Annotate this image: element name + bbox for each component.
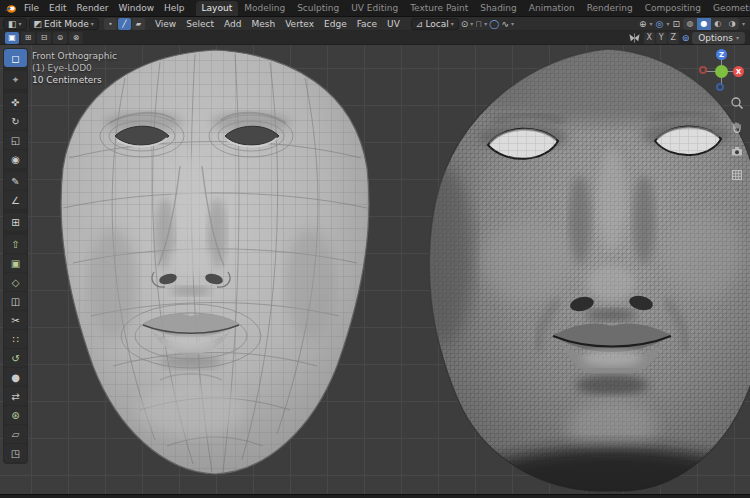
- rip-region-tool[interactable]: ◳: [4, 444, 27, 462]
- workspace-tab-shading[interactable]: Shading: [474, 1, 523, 16]
- viewport-menu-uv[interactable]: UV: [382, 18, 405, 30]
- navigation-gizmo[interactable]: Z X: [699, 49, 745, 95]
- camera-view-icon[interactable]: [729, 143, 745, 159]
- menu-render[interactable]: Render: [72, 1, 114, 15]
- transform-orientation: ⊿ Local ▾ ⊙ ▾ ⊓ ▾ ◯ ∿ ▾: [411, 18, 514, 30]
- viewport-canvas[interactable]: ◻⌖✜↻◱◉✎∠⊞⇧▣◇◫✂∷↺●⇄⊛▱◳ Front Orthographic…: [0, 45, 750, 494]
- poly-build-tool[interactable]: ∷: [4, 330, 27, 348]
- edge-select-mode[interactable]: ╱: [118, 18, 131, 30]
- chevron-down-icon: ▾: [736, 35, 739, 41]
- toggle-perspective-icon[interactable]: [729, 167, 745, 183]
- shading-material-icon[interactable]: ◐: [711, 18, 725, 30]
- workspace-tab-animation[interactable]: Animation: [523, 1, 581, 16]
- workspace-tab-texture-paint[interactable]: Texture Paint: [404, 1, 474, 16]
- menu-help[interactable]: Help: [159, 1, 190, 15]
- inset-faces-tool[interactable]: ▣: [4, 254, 27, 272]
- cursor-tool[interactable]: ⌖: [4, 71, 27, 89]
- options-label: Options: [698, 33, 733, 43]
- gizmo-y-axis[interactable]: [715, 65, 728, 78]
- edit-mode-icon: ◩: [34, 19, 43, 29]
- workspace-tab-geometry-nodes[interactable]: Geometry Nodes: [707, 1, 750, 16]
- select-mode-subtract[interactable]: ⊟: [37, 32, 51, 44]
- chevron-down-icon: ▾: [650, 21, 653, 27]
- workspace-tab-compositing[interactable]: Compositing: [639, 1, 707, 16]
- edge-slide-tool[interactable]: ⇄: [4, 387, 27, 405]
- blender-logo-icon[interactable]: [4, 2, 17, 15]
- mirror-y-toggle[interactable]: Y: [656, 32, 667, 44]
- proportional-editing-icon[interactable]: ◯: [489, 19, 499, 29]
- options-button[interactable]: Options ▾: [692, 32, 745, 44]
- menu-window[interactable]: Window: [114, 1, 160, 15]
- add-cube-tool[interactable]: ⊞: [4, 213, 27, 231]
- shading-solid-icon[interactable]: ●: [697, 18, 711, 30]
- workspace-tab-uv-editing[interactable]: UV Editing: [345, 1, 404, 16]
- transform-tool[interactable]: ◉: [4, 150, 27, 168]
- viewport-menu-edge[interactable]: Edge: [319, 18, 352, 30]
- viewport-menu-vertex[interactable]: Vertex: [280, 18, 319, 30]
- smooth-tool[interactable]: ●: [4, 368, 27, 386]
- loop-cut-tool[interactable]: ◫: [4, 292, 27, 310]
- shrink-fatten-tool[interactable]: ⊛: [4, 406, 27, 424]
- select-mode-invert[interactable]: ⊜: [53, 32, 67, 44]
- shading-rendered-icon[interactable]: ◑: [725, 18, 739, 30]
- measure-tool[interactable]: ∠: [4, 191, 27, 209]
- extrude-region-tool[interactable]: ⇧: [4, 235, 27, 253]
- gizmo-x-axis[interactable]: X: [733, 66, 744, 77]
- show-overlays-icon[interactable]: ◎: [656, 19, 664, 29]
- shear-tool[interactable]: ▱: [4, 425, 27, 443]
- spin-tool[interactable]: ↺: [4, 349, 27, 367]
- viewport-header-right: ⊕ ▾ ◎ ▾ ⊡ ◍ ● ◐ ◑ ▾: [639, 18, 747, 30]
- chevron-down-icon: ▾: [91, 21, 94, 27]
- annotate-tool[interactable]: ✎: [4, 172, 27, 190]
- mirror-x-toggle[interactable]: X: [644, 32, 655, 44]
- knife-tool[interactable]: ✂: [4, 311, 27, 329]
- scale-tool[interactable]: ◱: [4, 131, 27, 149]
- topbar: FileEditRenderWindowHelp LayoutModelingS…: [0, 0, 750, 17]
- viewport-overlay-line: Front Orthographic: [32, 50, 117, 62]
- menu-edit[interactable]: Edit: [44, 1, 71, 15]
- gizmo-z-negative[interactable]: [716, 83, 724, 91]
- orientation-dropdown[interactable]: ⊿ Local ▾: [411, 18, 459, 30]
- editor-type-selector[interactable]: ◧ ▾: [3, 18, 27, 30]
- show-gizmos-icon[interactable]: ⊕: [639, 19, 647, 29]
- select-mode-extend[interactable]: ⊞: [21, 32, 35, 44]
- gizmo-z-axis[interactable]: Z: [716, 49, 727, 60]
- right-face-model[interactable]: [418, 45, 750, 494]
- viewport-overlay-line: 10 Centimeters: [32, 74, 117, 86]
- viewport-overlay-line: (1) Eye-LOD0: [32, 62, 117, 74]
- workspace-tab-sculpting[interactable]: Sculpting: [291, 1, 345, 16]
- rotate-tool[interactable]: ↻: [4, 112, 27, 130]
- falloff-icon[interactable]: ∿: [501, 19, 509, 29]
- viewport-menus: ViewSelectAddMeshVertexEdgeFaceUV: [150, 18, 405, 30]
- select-mode-intersect[interactable]: ⊗: [69, 32, 83, 44]
- face-select-mode[interactable]: ▰: [132, 18, 145, 30]
- gizmo-x-negative[interactable]: [699, 66, 707, 74]
- menu-file[interactable]: File: [19, 1, 44, 15]
- mirror-z-toggle[interactable]: Z: [668, 32, 679, 44]
- workspace-tab-modeling[interactable]: Modeling: [238, 1, 291, 16]
- viewport-menu-add[interactable]: Add: [219, 18, 246, 30]
- bevel-tool[interactable]: ◇: [4, 273, 27, 291]
- shading-mode-buttons: ◍ ● ◐ ◑: [683, 18, 739, 30]
- zoom-icon[interactable]: [729, 95, 745, 111]
- viewport-menu-select[interactable]: Select: [181, 18, 219, 30]
- left-face-model[interactable]: [55, 48, 385, 487]
- move-tool[interactable]: ✜: [4, 93, 27, 111]
- viewport-menu-view[interactable]: View: [150, 18, 181, 30]
- shading-wireframe-icon[interactable]: ◍: [683, 18, 697, 30]
- vertex-select-mode[interactable]: ∙: [104, 18, 117, 30]
- pivot-point-icon[interactable]: ⊙: [461, 19, 469, 29]
- viewport-overlay-text: Front Orthographic(1) Eye-LOD010 Centime…: [32, 50, 117, 86]
- select-mode-set[interactable]: ▣: [5, 32, 19, 44]
- viewport-menu-face[interactable]: Face: [352, 18, 382, 30]
- select-box-tool[interactable]: ◻: [4, 49, 27, 67]
- viewport-menu-mesh[interactable]: Mesh: [246, 18, 280, 30]
- toggle-xray-icon[interactable]: ⊡: [672, 19, 680, 29]
- mode-selector[interactable]: ◩ Edit Mode ▾: [29, 18, 99, 30]
- automerge-icon[interactable]: ⊚: [682, 33, 690, 43]
- workspace-tab-rendering[interactable]: Rendering: [581, 1, 639, 16]
- chevron-down-icon: ▾: [484, 21, 487, 27]
- snap-magnet-icon[interactable]: ⊓: [475, 19, 482, 29]
- workspace-tab-layout[interactable]: Layout: [196, 1, 239, 16]
- pan-hand-icon[interactable]: [729, 119, 745, 135]
